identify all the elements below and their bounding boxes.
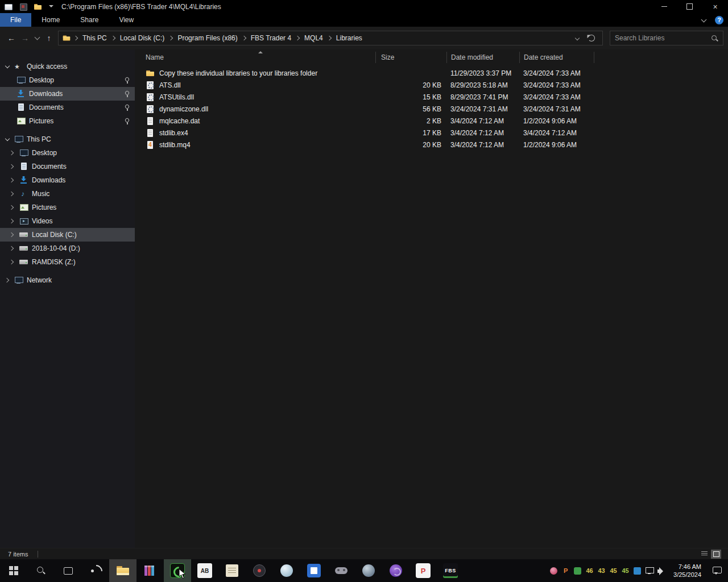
start-button[interactable] — [0, 559, 27, 582]
sidebar-item[interactable]: RAMDISK (Z:) — [0, 255, 135, 269]
taskbar-app-button[interactable] — [164, 559, 191, 582]
breadcrumb-segment[interactable]: Libraries — [332, 34, 366, 42]
breadcrumb-chevron-icon[interactable] — [242, 36, 247, 41]
file-row[interactable]: Copy these individual libraries to your … — [135, 67, 728, 79]
address-bar[interactable]: This PC Local Disk (C:) Program Files (x… — [58, 31, 603, 45]
breadcrumb-chevron-icon[interactable] — [73, 36, 78, 41]
back-button[interactable] — [5, 31, 18, 45]
chevron-right-icon[interactable] — [9, 246, 15, 251]
monitor-icon[interactable] — [643, 565, 655, 577]
chevron-right-icon[interactable] — [9, 177, 15, 183]
customize-toolbar-chevron-icon[interactable] — [48, 4, 53, 9]
file-row[interactable]: ATS.dll 20 KB 8/29/2023 5:18 AM 3/24/202… — [135, 79, 728, 91]
file-row[interactable]: ATSUtils.dll 15 KB 8/29/2023 7:41 PM 3/2… — [135, 91, 728, 103]
file-row[interactable]: dynamiczone.dll 56 KB 3/24/2024 7:31 AM … — [135, 103, 728, 115]
chevron-right-icon[interactable] — [9, 150, 15, 156]
taskbar-app-button[interactable] — [218, 559, 246, 582]
refresh-icon[interactable] — [588, 34, 595, 42]
chevron-down-icon[interactable] — [5, 64, 10, 69]
breadcrumb-chevron-icon[interactable] — [168, 36, 173, 41]
properties-icon[interactable] — [19, 2, 27, 11]
close-button[interactable] — [702, 0, 728, 13]
action-center-button[interactable] — [708, 567, 727, 575]
ribbon-tab[interactable]: Home — [31, 13, 70, 27]
breadcrumb-chevron-icon[interactable] — [295, 36, 300, 41]
breadcrumb-segment[interactable]: Program Files (x86) — [173, 34, 241, 42]
sidebar-item[interactable]: Pictures — [0, 114, 135, 128]
globe-red-icon[interactable] — [548, 565, 560, 577]
sidebar-item[interactable]: Documents — [0, 160, 135, 173]
sidebar-item[interactable]: Downloads — [0, 173, 135, 187]
sidebar-item[interactable]: Videos — [0, 214, 135, 228]
sidebar-item[interactable]: Pictures — [0, 201, 135, 214]
up-button[interactable] — [42, 31, 56, 45]
taskbar-app-button[interactable] — [246, 559, 273, 582]
chevron-right-icon[interactable] — [9, 259, 15, 265]
details-view-button[interactable] — [699, 550, 709, 559]
sidebar-item[interactable]: Desktop — [0, 146, 135, 160]
badge-yellow-icon[interactable]: 45 — [607, 565, 619, 577]
forward-button[interactable] — [18, 31, 32, 45]
new-folder-icon[interactable] — [34, 2, 42, 11]
sidebar-section-this-pc[interactable]: This PC — [0, 132, 135, 146]
file-row[interactable]: stdlib.mq4 20 KB 3/4/2024 7:12 AM 1/2/20… — [135, 139, 728, 151]
chart-green-icon[interactable] — [572, 565, 584, 577]
chevron-right-icon[interactable] — [9, 164, 15, 169]
sidebar-section-quick-access[interactable]: Quick access — [0, 60, 135, 73]
file-row[interactable]: mqlcache.dat 2 KB 3/4/2024 7:12 AM 1/2/2… — [135, 115, 728, 127]
taskbar-app-button[interactable]: AB — [191, 559, 218, 582]
chevron-down-icon[interactable] — [5, 136, 10, 142]
expand-ribbon-chevron-icon[interactable] — [701, 17, 707, 23]
sidebar-item[interactable]: Desktop — [0, 73, 135, 87]
column-header-name[interactable]: Name — [135, 52, 375, 63]
search-box[interactable]: Search Libraries — [610, 31, 723, 45]
task-view-button[interactable] — [55, 559, 82, 582]
taskbar-app-button[interactable]: FBS — [437, 559, 464, 582]
taskbar-app-button[interactable] — [300, 559, 328, 582]
p-orange-icon[interactable]: P — [560, 565, 572, 577]
search-icon[interactable] — [711, 35, 718, 42]
taskbar-app-button[interactable] — [273, 559, 300, 582]
ribbon-tab[interactable]: View — [109, 13, 144, 27]
column-header-date-created[interactable]: Date created — [519, 52, 594, 63]
chevron-right-icon[interactable] — [9, 232, 15, 238]
taskbar-app-button[interactable] — [328, 559, 355, 582]
chevron-right-icon[interactable] — [9, 205, 15, 210]
breadcrumb-segment[interactable]: MQL4 — [300, 34, 327, 42]
chevron-right-icon[interactable] — [9, 218, 15, 224]
file-row[interactable]: stdlib.ex4 17 KB 3/4/2024 7:12 AM 3/4/20… — [135, 127, 728, 139]
speaker-icon[interactable] — [655, 565, 667, 577]
breadcrumb-chevron-icon[interactable] — [327, 36, 332, 41]
taskbar-app-button[interactable] — [355, 559, 382, 582]
breadcrumb-segment[interactable]: Local Disk (C:) — [116, 34, 169, 42]
badge-green-icon[interactable]: 45 — [619, 565, 631, 577]
column-header-date-modified[interactable]: Date modified — [446, 52, 519, 63]
sidebar-section-network[interactable]: Network — [0, 273, 135, 287]
taskbar-search-button[interactable] — [27, 559, 55, 582]
sidebar-item[interactable]: Local Disk (C:) — [0, 228, 135, 242]
ribbon-tab[interactable]: Share — [70, 13, 109, 27]
recent-locations-chevron-icon[interactable] — [32, 31, 42, 45]
taskbar-app-button[interactable]: P — [410, 559, 437, 582]
large-icons-view-button[interactable] — [711, 550, 721, 559]
chevron-right-icon[interactable] — [5, 277, 10, 283]
chevron-right-icon[interactable] — [9, 191, 15, 197]
address-dropdown-chevron-icon[interactable] — [575, 35, 581, 41]
maximize-button[interactable] — [677, 0, 702, 13]
minimize-button[interactable] — [651, 0, 677, 13]
breadcrumb-segment[interactable]: FBS Trader 4 — [247, 34, 295, 42]
taskbar-app-button[interactable] — [136, 559, 164, 582]
sidebar-item[interactable]: Downloads — [0, 87, 135, 101]
breadcrumb-segment[interactable]: This PC — [78, 34, 111, 42]
sort-ascending-icon[interactable] — [258, 51, 263, 53]
taskbar-app-button[interactable] — [82, 559, 109, 582]
sidebar-item[interactable]: Music — [0, 187, 135, 201]
blue-square-icon[interactable] — [631, 565, 643, 577]
ribbon-tab[interactable]: File — [0, 13, 31, 27]
breadcrumb-chevron-icon[interactable] — [111, 36, 116, 41]
badge-yellow-icon[interactable]: 46 — [584, 565, 595, 577]
column-header-size[interactable]: Size — [375, 52, 446, 63]
taskbar-app-button[interactable] — [382, 559, 410, 582]
sidebar-item[interactable]: Documents — [0, 101, 135, 114]
sidebar-item[interactable]: 2018-10-04 (D:) — [0, 242, 135, 255]
